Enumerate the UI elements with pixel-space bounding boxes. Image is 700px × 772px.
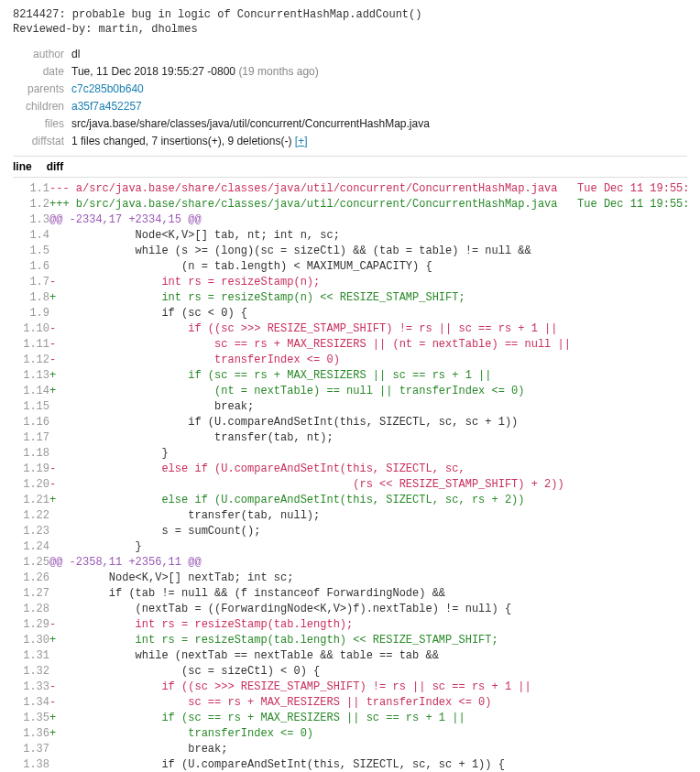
diffstat-expand[interactable]: [+] <box>295 135 308 147</box>
diff-code: - (rs << RESIZE_STAMP_SHIFT) + 2)) <box>49 477 687 493</box>
parent-hash-link[interactable]: c7c285b0b640 <box>71 82 144 95</box>
line-number[interactable]: 1.25 <box>13 555 49 571</box>
diff-row: 1.29- int rs = resizeStamp(tab.length); <box>13 617 687 633</box>
line-number[interactable]: 1.36 <box>13 726 49 742</box>
diff-row: 1.35+ if (sc == rs + MAX_RESIZERS || sc … <box>13 711 687 726</box>
diff-code: + else if (U.compareAndSetInt(this, SIZE… <box>49 493 687 508</box>
line-number[interactable]: 1.10 <box>13 321 49 337</box>
line-number[interactable]: 1.29 <box>13 617 49 633</box>
diff-row: 1.27 if (tab != null && (f instanceof Fo… <box>13 586 687 602</box>
diff-table: 1.1--- a/src/java.base/share/classes/jav… <box>13 181 687 772</box>
diff-code: } <box>49 446 687 462</box>
diff-code: break; <box>49 399 687 415</box>
tab-line[interactable]: line <box>13 160 32 173</box>
line-number[interactable]: 1.30 <box>13 633 49 648</box>
line-number[interactable]: 1.34 <box>13 695 49 711</box>
diff-row: 1.31 while (nextTab == nextTable && tabl… <box>13 648 687 664</box>
line-number[interactable]: 1.22 <box>13 508 49 524</box>
line-number[interactable]: 1.28 <box>13 602 49 617</box>
line-number[interactable]: 1.32 <box>13 664 49 680</box>
diff-row: 1.9 if (sc < 0) { <box>13 306 687 321</box>
diff-code: - if ((sc >>> RESIZE_STAMP_SHIFT) != rs … <box>49 321 687 337</box>
meta-value-author: dl <box>68 46 433 63</box>
line-number[interactable]: 1.37 <box>13 742 49 757</box>
line-number[interactable]: 1.3 <box>13 212 49 228</box>
diff-code: --- a/src/java.base/share/classes/java/u… <box>49 181 687 197</box>
diff-code: transfer(tab, nt); <box>49 430 687 446</box>
child-hash-link[interactable]: a35f7a452257 <box>71 100 142 113</box>
tab-diff[interactable]: diff <box>47 160 64 173</box>
diff-row: 1.33- if ((sc >>> RESIZE_STAMP_SHIFT) !=… <box>13 680 687 695</box>
diff-row: 1.37 break; <box>13 742 687 757</box>
diff-row: 1.5 while (s >= (long)(sc = sizeCtl) && … <box>13 244 687 259</box>
diff-row: 1.38 if (U.compareAndSetInt(this, SIZECT… <box>13 757 687 772</box>
diff-row: 1.25@@ -2358,11 +2356,11 @@ <box>13 555 687 571</box>
line-number[interactable]: 1.27 <box>13 586 49 602</box>
diff-code: Node<K,V>[] tab, nt; int n, sc; <box>49 228 687 244</box>
line-number[interactable]: 1.18 <box>13 446 49 462</box>
line-number[interactable]: 1.4 <box>13 228 49 244</box>
line-number[interactable]: 1.31 <box>13 648 49 664</box>
line-number[interactable]: 1.1 <box>13 181 49 197</box>
meta-label-author: author <box>13 46 68 63</box>
meta-label-files: files <box>13 115 68 133</box>
diff-row: 1.3@@ -2334,17 +2334,15 @@ <box>13 212 687 228</box>
line-number[interactable]: 1.2 <box>13 197 49 212</box>
diff-code: (n = tab.length) < MAXIMUM_CAPACITY) { <box>49 259 687 275</box>
line-number[interactable]: 1.8 <box>13 290 49 306</box>
line-number[interactable]: 1.9 <box>13 306 49 321</box>
diff-row: 1.16 if (U.compareAndSetInt(this, SIZECT… <box>13 415 687 430</box>
diff-row: 1.30+ int rs = resizeStamp(tab.length) <… <box>13 633 687 648</box>
line-number[interactable]: 1.14 <box>13 384 49 399</box>
diff-row: 1.13+ if (sc == rs + MAX_RESIZERS || sc … <box>13 368 687 384</box>
diff-row: 1.2+++ b/src/java.base/share/classes/jav… <box>13 197 687 212</box>
diff-code: + if (sc == rs + MAX_RESIZERS || sc == r… <box>49 368 687 384</box>
line-number[interactable]: 1.15 <box>13 399 49 415</box>
diff-row: 1.21+ else if (U.compareAndSetInt(this, … <box>13 493 687 508</box>
diff-code: if (U.compareAndSetInt(this, SIZECTL, sc… <box>49 757 687 772</box>
diff-code: (nextTab = ((ForwardingNode<K,V>)f).next… <box>49 602 687 617</box>
commit-date-ago: (19 months ago) <box>238 65 318 78</box>
line-number[interactable]: 1.35 <box>13 711 49 726</box>
line-number[interactable]: 1.19 <box>13 462 49 477</box>
diff-row: 1.11- sc == rs + MAX_RESIZERS || (nt = n… <box>13 337 687 353</box>
diff-code: - int rs = resizeStamp(n); <box>49 275 687 290</box>
diff-code: transfer(tab, null); <box>49 508 687 524</box>
diff-code: +++ b/src/java.base/share/classes/java/u… <box>49 197 687 212</box>
diff-row: 1.14+ (nt = nextTable) == null || transf… <box>13 384 687 399</box>
diff-row: 1.24 } <box>13 539 687 555</box>
line-number[interactable]: 1.26 <box>13 571 49 586</box>
line-number[interactable]: 1.6 <box>13 259 49 275</box>
diff-code: break; <box>49 742 687 757</box>
diff-code: if (sc < 0) { <box>49 306 687 321</box>
line-number[interactable]: 1.20 <box>13 477 49 493</box>
line-number[interactable]: 1.5 <box>13 244 49 259</box>
diff-code: if (tab != null && (f instanceof Forward… <box>49 586 687 602</box>
line-number[interactable]: 1.11 <box>13 337 49 353</box>
diff-row: 1.32 (sc = sizeCtl) < 0) { <box>13 664 687 680</box>
diff-row: 1.12- transferIndex <= 0) <box>13 353 687 368</box>
line-number[interactable]: 1.21 <box>13 493 49 508</box>
line-number[interactable]: 1.23 <box>13 524 49 539</box>
meta-label-diffstat: diffstat <box>13 133 68 150</box>
diff-row: 1.17 transfer(tab, nt); <box>13 430 687 446</box>
diff-row: 1.23 s = sumCount(); <box>13 524 687 539</box>
diff-tabs: line diff <box>13 156 687 178</box>
line-number[interactable]: 1.7 <box>13 275 49 290</box>
line-number[interactable]: 1.16 <box>13 415 49 430</box>
line-number[interactable]: 1.12 <box>13 353 49 368</box>
diff-code: - if ((sc >>> RESIZE_STAMP_SHIFT) != rs … <box>49 680 687 695</box>
line-number[interactable]: 1.33 <box>13 680 49 695</box>
meta-label-children: children <box>13 98 68 115</box>
commit-date: Tue, 11 Dec 2018 19:55:27 -0800 <box>71 65 235 78</box>
meta-value-files: src/java.base/share/classes/java/util/co… <box>68 115 433 133</box>
line-number[interactable]: 1.17 <box>13 430 49 446</box>
diffstat-text: 1 files changed, 7 insertions(+), 9 dele… <box>71 135 291 147</box>
commit-message: 8214427: probable bug in logic of Concur… <box>13 7 687 37</box>
meta-label-parents: parents <box>13 81 68 98</box>
line-number[interactable]: 1.13 <box>13 368 49 384</box>
line-number[interactable]: 1.38 <box>13 757 49 772</box>
diff-code: + int rs = resizeStamp(tab.length) << RE… <box>49 633 687 648</box>
line-number[interactable]: 1.24 <box>13 539 49 555</box>
diff-row: 1.20- (rs << RESIZE_STAMP_SHIFT) + 2)) <box>13 477 687 493</box>
